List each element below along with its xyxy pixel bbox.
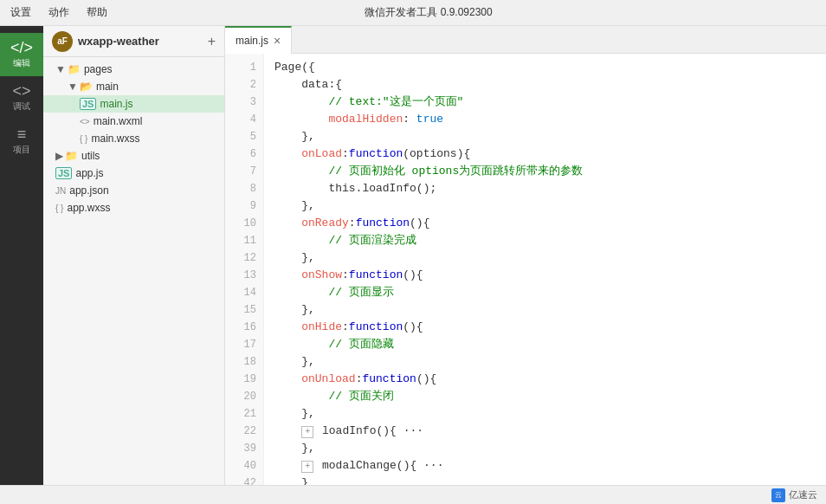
code-line-4: modalHidden: true bbox=[264, 111, 826, 128]
css-file-icon: { } bbox=[80, 134, 87, 144]
code-line-17: // 页面隐藏 bbox=[264, 336, 826, 353]
folder-icon: 📁 bbox=[65, 150, 78, 162]
line-num-22: 22 bbox=[225, 423, 263, 440]
main-folder-label: main bbox=[96, 81, 119, 93]
menu-actions[interactable]: 动作 bbox=[47, 2, 71, 23]
line-num-16: 16 bbox=[225, 319, 263, 336]
tree-item-main-wxss[interactable]: { } main.wxss bbox=[43, 130, 224, 147]
file-tree: ▼ 📁 pages ▼ 📂 main JS main.js <> main.wx… bbox=[43, 57, 224, 485]
code-line-3: // text:"这是一个页面" bbox=[264, 94, 826, 111]
app-json-label: app.json bbox=[69, 184, 108, 197]
code-line-1: Page({ bbox=[264, 59, 826, 76]
code-editor[interactable]: 1 2 3 4 5 6 7 8 9 10 11 12 13 14 15 16 1… bbox=[225, 54, 826, 485]
line-numbers: 1 2 3 4 5 6 7 8 9 10 11 12 13 14 15 16 1… bbox=[225, 54, 264, 485]
tree-item-main-folder[interactable]: ▼ 📂 main bbox=[43, 78, 224, 95]
line-num-17: 17 bbox=[225, 336, 263, 353]
line-num-5: 5 bbox=[225, 128, 263, 145]
code-line-9: }, bbox=[264, 197, 826, 215]
tree-item-app-js[interactable]: JS app.js bbox=[43, 165, 224, 182]
code-line-42: } bbox=[264, 475, 826, 485]
line-num-20: 20 bbox=[225, 388, 263, 405]
sidebar: aF wxapp-weather + ▼ 📁 pages ▼ 📂 main JS bbox=[43, 26, 225, 485]
activity-debug[interactable]: <> 调试 bbox=[0, 76, 43, 120]
menu-help[interactable]: 帮助 bbox=[85, 2, 109, 23]
line-num-18: 18 bbox=[225, 353, 263, 371]
js-file-icon: JS bbox=[55, 167, 72, 179]
js-file-icon: JS bbox=[80, 98, 96, 110]
folder-open-icon: 📂 bbox=[80, 81, 93, 93]
activity-project[interactable]: ≡ 项目 bbox=[0, 120, 43, 163]
line-num-2: 2 bbox=[225, 76, 263, 94]
project-icon: ≡ bbox=[17, 126, 27, 142]
line-num-21: 21 bbox=[225, 405, 263, 423]
code-line-8: this.loadInfo(); bbox=[264, 180, 826, 197]
line-num-12: 12 bbox=[225, 249, 263, 267]
line-num-40: 40 bbox=[225, 457, 263, 475]
code-line-20: // 页面关闭 bbox=[264, 388, 826, 405]
debug-label: 调试 bbox=[13, 100, 30, 113]
code-line-2: data:{ bbox=[264, 76, 826, 94]
code-line-18: }, bbox=[264, 353, 826, 371]
line-num-15: 15 bbox=[225, 301, 263, 319]
fold-button-40[interactable]: + bbox=[301, 461, 313, 473]
line-num-9: 9 bbox=[225, 197, 263, 215]
line-num-10: 10 bbox=[225, 215, 263, 232]
debug-icon: <> bbox=[12, 83, 30, 99]
code-line-40: + modalChange(){ ··· bbox=[264, 457, 826, 475]
tab-bar: main.js × bbox=[225, 26, 826, 54]
xml-file-icon: <> bbox=[80, 117, 90, 126]
code-line-5: }, bbox=[264, 128, 826, 145]
line-num-6: 6 bbox=[225, 145, 263, 163]
line-num-3: 3 bbox=[225, 94, 263, 111]
tab-main-js[interactable]: main.js × bbox=[225, 26, 292, 54]
menu-settings[interactable]: 设置 bbox=[9, 2, 33, 23]
tab-label: main.js bbox=[236, 35, 268, 47]
code-line-11: // 页面渲染完成 bbox=[264, 232, 826, 249]
app-title: 微信开发者工具 0.9.092300 bbox=[365, 5, 492, 20]
line-num-19: 19 bbox=[225, 371, 263, 388]
line-num-14: 14 bbox=[225, 284, 263, 301]
chevron-right-icon: ▶ bbox=[55, 150, 63, 162]
line-num-1: 1 bbox=[225, 59, 263, 76]
line-num-4: 4 bbox=[225, 111, 263, 128]
line-num-13: 13 bbox=[225, 267, 263, 284]
code-line-19: onUnload:function(){ bbox=[264, 371, 826, 388]
tree-item-main-js[interactable]: JS main.js bbox=[43, 95, 224, 113]
json-file-icon: JN bbox=[55, 186, 66, 196]
add-file-button[interactable]: + bbox=[208, 34, 216, 49]
tree-item-app-json[interactable]: JN app.json bbox=[43, 182, 224, 199]
menu-bar: 设置 动作 帮助 微信开发者工具 0.9.092300 bbox=[0, 0, 826, 26]
sidebar-header: aF wxapp-weather + bbox=[43, 26, 224, 57]
tree-item-app-wxss[interactable]: { } app.wxss bbox=[43, 199, 224, 216]
tree-item-main-wxml[interactable]: <> main.wxml bbox=[43, 113, 224, 130]
code-content: Page({ data:{ // text:"这是一个页面" modalHidd… bbox=[264, 54, 826, 485]
main-js-label: main.js bbox=[100, 98, 132, 110]
tab-close-button[interactable]: × bbox=[274, 34, 281, 48]
editor-area: main.js × 1 2 3 4 5 6 7 8 9 10 11 12 13 … bbox=[225, 26, 826, 485]
code-line-21: }, bbox=[264, 405, 826, 423]
app-js-label: app.js bbox=[75, 167, 103, 179]
edit-label: 编辑 bbox=[13, 57, 30, 69]
code-line-14: // 页面显示 bbox=[264, 284, 826, 301]
line-num-7: 7 bbox=[225, 163, 263, 180]
code-line-16: onHide:function(){ bbox=[264, 319, 826, 336]
code-line-12: }, bbox=[264, 249, 826, 267]
chevron-down-icon: ▼ bbox=[55, 63, 66, 75]
statusbar-logo: 云 亿速云 bbox=[771, 488, 817, 502]
edit-icon: </> bbox=[10, 40, 33, 55]
tree-item-pages[interactable]: ▼ 📁 pages bbox=[43, 61, 224, 78]
project-name: wxapp-weather bbox=[78, 35, 159, 48]
tree-item-utils[interactable]: ▶ 📁 utils bbox=[43, 147, 224, 165]
fold-button-22[interactable]: + bbox=[301, 426, 313, 438]
code-line-7: // 页面初始化 options为页面跳转所带来的参数 bbox=[264, 163, 826, 180]
line-num-39: 39 bbox=[225, 440, 263, 457]
code-line-22: + loadInfo(){ ··· bbox=[264, 423, 826, 440]
activity-edit[interactable]: </> 编辑 bbox=[0, 33, 43, 76]
utils-folder-label: utils bbox=[81, 150, 100, 162]
main-wxss-label: main.wxss bbox=[91, 132, 139, 145]
code-line-10: onReady:function(){ bbox=[264, 215, 826, 232]
line-num-8: 8 bbox=[225, 180, 263, 197]
code-line-13: onShow:function(){ bbox=[264, 267, 826, 284]
activity-bar: </> 编辑 <> 调试 ≡ 项目 bbox=[0, 26, 43, 485]
chevron-down-icon: ▼ bbox=[68, 81, 78, 93]
